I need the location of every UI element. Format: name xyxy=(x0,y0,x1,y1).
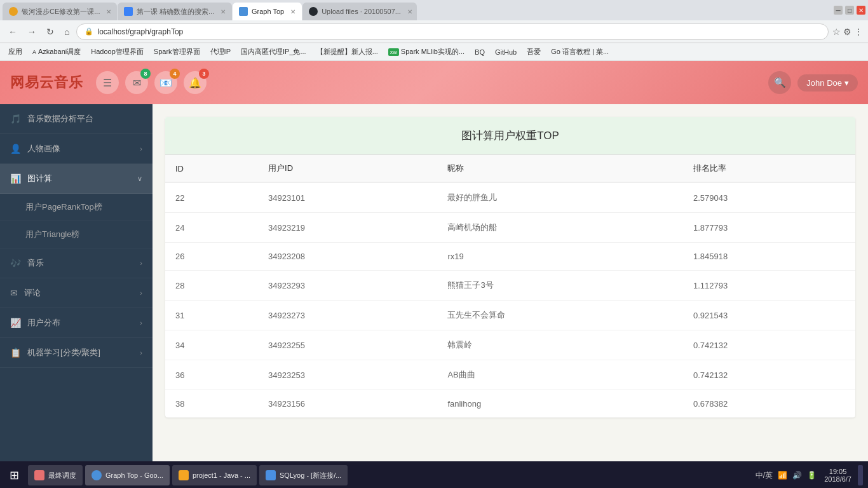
extension-icon[interactable]: ⚙ xyxy=(843,27,851,37)
bookmark-github[interactable]: GitHub xyxy=(491,46,521,58)
envelope-icon-btn[interactable]: 📧 4 xyxy=(154,71,177,94)
sidebar-item-graph-calc[interactable]: 📊 图计算 ∨ xyxy=(0,164,153,194)
show-desktop-button[interactable] xyxy=(858,465,863,474)
col-nickname: 昵称 xyxy=(437,155,683,182)
bookmark-proxy[interactable]: 代理IP xyxy=(206,45,235,58)
cell-id-2: 26 xyxy=(165,243,258,271)
bell-icon-btn[interactable]: 🔔 3 xyxy=(184,71,207,94)
col-id: ID xyxy=(165,155,258,182)
search-icon: 🔍 xyxy=(774,77,786,88)
refresh-button[interactable]: ↻ xyxy=(43,25,57,38)
main-layout: 🎵 音乐数据分析平台 👤 人物画像 › 📊 图计算 ∨ 用户PageRankTo… xyxy=(0,104,868,461)
sidebar-sub-pagerank[interactable]: 用户PageRankTop榜 xyxy=(0,194,153,221)
table-row: 31 34923273 五先生不会算命 0.921543 xyxy=(165,301,855,330)
sidebar-item-music-platform[interactable]: 🎵 音乐数据分析平台 xyxy=(0,104,153,134)
table-header-row: ID 用户ID 昵称 排名比率 xyxy=(165,155,855,182)
taskbar-item-3[interactable]: SQLyog - [新连接/... xyxy=(259,465,348,474)
tab-1-label: 银河漫步CE修改第一课... xyxy=(22,7,100,17)
cell-userid-2: 34923208 xyxy=(258,243,437,271)
cell-userid-4: 34923273 xyxy=(258,301,437,330)
bookmark-new[interactable]: 【新提醒】新人报... xyxy=(312,45,383,58)
cell-nickname-6: AB曲曲 xyxy=(437,360,683,390)
sidebar-sub-triangle[interactable]: 用户Triangle榜 xyxy=(0,221,153,248)
user-dist-icon: 📈 xyxy=(10,318,21,328)
url-text: localhost/graph/graphTop xyxy=(97,27,183,36)
menu-dots-icon[interactable]: ⋮ xyxy=(854,27,863,37)
menu-icon-btn[interactable]: ☰ xyxy=(96,71,119,94)
tab-3-close[interactable]: ✕ xyxy=(290,8,295,15)
bookmark-star-icon[interactable]: ☆ xyxy=(832,27,841,37)
sidebar-music-platform-label: 音乐数据分析平台 xyxy=(27,113,93,125)
tab-1-close[interactable]: ✕ xyxy=(106,8,111,15)
tab-1[interactable]: 银河漫步CE修改第一课... ✕ xyxy=(3,3,117,20)
brand-name: 网易云音乐 xyxy=(10,73,83,92)
window-controls: ─ □ ✕ xyxy=(834,6,865,15)
portrait-chevron-icon: › xyxy=(140,145,142,152)
user-menu-button[interactable]: John Doe ▾ xyxy=(797,74,858,92)
comment-icon: ✉ xyxy=(10,288,18,298)
tab-4[interactable]: Upload files · 20100507... ✕ xyxy=(302,3,417,20)
back-button[interactable]: ← xyxy=(5,25,20,38)
header-right: 🔍 John Doe ▾ xyxy=(768,71,858,94)
mail-icon-btn[interactable]: ✉ 8 xyxy=(125,71,148,94)
minimize-button[interactable]: ─ xyxy=(834,6,843,15)
tab-2-favicon xyxy=(124,7,133,16)
user-dist-chevron-icon: › xyxy=(140,319,142,327)
music-chevron-icon: › xyxy=(140,259,142,267)
bookmark-azkabani[interactable]: A Azkabani调度 xyxy=(28,45,85,58)
forward-button[interactable]: → xyxy=(24,25,39,38)
taskbar-label-0: 最终调度 xyxy=(48,471,76,475)
start-button[interactable]: ⊞ xyxy=(3,464,25,474)
bookmark-proxy2[interactable]: 国内高匿代理IP_免... xyxy=(236,45,311,58)
cell-id-0: 22 xyxy=(165,182,258,213)
cell-nickname-1: 高崎机场的船 xyxy=(437,213,683,243)
sidebar-sub-pagerank-label: 用户PageRankTop榜 xyxy=(25,202,102,212)
bookmark-wuai-label: 吾爱 xyxy=(527,47,541,57)
table-row: 28 34923293 熊猫王子3号 1.112793 xyxy=(165,271,855,301)
graph-calc-icon: 📊 xyxy=(10,173,21,184)
url-box[interactable]: 🔒 localhost/graph/graphTop xyxy=(76,24,829,40)
search-button[interactable]: 🔍 xyxy=(768,71,791,94)
tab-2-close[interactable]: ✕ xyxy=(220,8,226,15)
address-bar: ← → ↻ ⌂ 🔒 localhost/graph/graphTop ☆ ⚙ ⋮ xyxy=(0,20,868,43)
taskbar-icon-2 xyxy=(179,470,189,474)
taskbar-clock[interactable]: 19:05 2018/6/7 xyxy=(820,468,855,474)
taskbar-icon-0 xyxy=(34,470,44,474)
sidebar-item-ml[interactable]: 📋 机器学习[分类/聚类] › xyxy=(0,338,153,368)
bookmark-hadoop[interactable]: Hadoop管理界面 xyxy=(86,45,148,58)
bookmark-sparkml[interactable]: xw Spark MLlib实现的... xyxy=(384,45,469,58)
maximize-button[interactable]: □ xyxy=(845,6,854,15)
bookmark-go[interactable]: Go 语言教程 | 菜... xyxy=(546,45,613,58)
bell-badge: 3 xyxy=(199,69,209,79)
tab-1-favicon xyxy=(9,7,18,16)
cell-id-4: 31 xyxy=(165,301,258,330)
data-table: ID 用户ID 昵称 排名比率 22 34923101 最好的胖鱼儿 2.579… xyxy=(165,155,855,417)
taskbar-item-1[interactable]: Graph Top - Goo... xyxy=(85,465,170,474)
close-button[interactable]: ✕ xyxy=(857,6,865,15)
table-container: 图计算用户权重TOP ID 用户ID 昵称 排名比率 22 xyxy=(165,117,855,417)
sys-network-icon[interactable]: 📶 xyxy=(776,471,789,474)
taskbar-item-2[interactable]: project1 - Java - ... xyxy=(172,465,257,474)
bookmark-apps[interactable]: 应用 xyxy=(4,45,27,58)
sys-language-icon[interactable]: 中/英 xyxy=(754,470,774,475)
sidebar-item-user-dist[interactable]: 📈 用户分布 › xyxy=(0,308,153,338)
home-button[interactable]: ⌂ xyxy=(61,25,72,38)
bookmark-spark[interactable]: Spark管理界面 xyxy=(149,45,205,58)
tab-2[interactable]: 第一课 精确数值的搜索... ✕ xyxy=(118,3,232,20)
clock-time: 19:05 xyxy=(824,468,851,474)
tab-4-label: Upload files · 20100507... xyxy=(322,8,401,15)
user-name-label: John Doe xyxy=(806,78,842,88)
taskbar-item-0[interactable]: 最终调度 xyxy=(28,465,83,474)
bookmark-wuai[interactable]: 吾爱 xyxy=(522,45,545,58)
sidebar-item-portrait[interactable]: 👤 人物画像 › xyxy=(0,134,153,164)
bookmark-bq[interactable]: BQ xyxy=(470,46,489,58)
sidebar-sub-triangle-label: 用户Triangle榜 xyxy=(25,229,79,239)
table-row: 24 34923219 高崎机场的船 1.877793 xyxy=(165,213,855,243)
cell-nickname-2: rx19 xyxy=(437,243,683,271)
tab-4-close[interactable]: ✕ xyxy=(407,8,412,15)
sys-volume-icon[interactable]: 🔊 xyxy=(791,471,803,474)
sidebar-item-music[interactable]: 🎶 音乐 › xyxy=(0,248,153,278)
sidebar-item-comment[interactable]: ✉ 评论 › xyxy=(0,278,153,308)
tab-3[interactable]: Graph Top ✕ xyxy=(233,3,302,20)
sys-battery-icon[interactable]: 🔋 xyxy=(806,471,818,474)
